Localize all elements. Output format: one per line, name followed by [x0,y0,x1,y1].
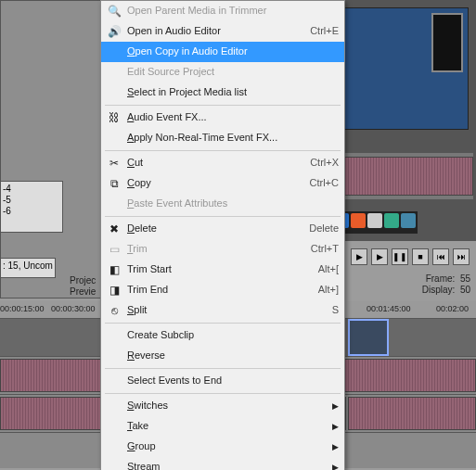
menu-label: Create Subclip [127,329,194,341]
menu-label: Audio Event FX... [127,111,207,123]
menu-item: ▭TrimCtrl+T [101,239,344,260]
submenu-arrow-icon: ▶ [332,422,339,432]
menu-separator [105,368,341,369]
menu-item[interactable]: 🔊Open in Audio EditorCtrl+E [101,21,344,42]
ruler-tick: 00:02:00 [436,304,469,314]
ruler-tick: 00:01:45:00 [367,304,411,314]
prev-button[interactable]: ⏮ [432,248,449,265]
menu-item[interactable]: Switches▶ [101,396,344,416]
display-value: 50 [460,285,470,295]
menu-item[interactable]: ◨Trim EndAlt+] [101,280,344,300]
menu-icon: ✖ [107,222,122,236]
menu-label: Cut [127,157,143,169]
menu-label: Edit Source Project [127,66,214,78]
menu-separator [105,393,341,394]
menu-item[interactable]: ⛓Audio Event FX... [101,108,344,128]
menu-item[interactable]: Apply Non-Real-Time Event FX... [101,128,344,148]
menu-item[interactable]: ✖DeleteDelete [101,219,344,239]
waveform[interactable] [348,397,476,430]
menu-item[interactable]: ⧉CopyCtrl+C [101,173,344,194]
menu-label: Copy [127,177,151,189]
menu-item[interactable]: Create Subclip [101,325,344,346]
menu-icon: ✂ [107,156,122,171]
menu-item[interactable]: Reverse [101,346,344,366]
frame-value: 55 [460,273,470,284]
menu-label: Select in Project Media list [127,86,247,98]
taskbar-icon[interactable] [351,213,366,228]
menu-item[interactable]: Group▶ [101,437,344,457]
menu-item: Paste Event Attributes [101,194,344,214]
menu-icon: 🔍 [107,4,122,19]
menu-separator [105,105,341,106]
menu-label: Open Parent Media in Trimmer [127,5,266,17]
taskbar-icon[interactable] [401,213,416,228]
project-label: Projec [70,275,96,286]
ruler-tick: 00:00:15:00 [0,304,45,314]
menu-icon: 🔊 [107,24,122,39]
preview-label: Previe [70,286,96,298]
menu-label: Paste Event Attributes [127,197,227,210]
menu-label: Reverse [127,349,165,362]
taskbar-icon[interactable] [367,213,382,228]
menu-item[interactable]: ⎋SplitS [101,300,344,321]
list-item[interactable]: -4 [3,184,60,195]
menu-icon: ▭ [107,242,122,257]
menu-label: Delete [127,222,157,235]
context-menu[interactable]: 🔍Open Parent Media in Trimmer🔊Open in Au… [100,0,345,470]
left-panel [0,0,106,299]
menu-label: Switches [127,400,168,412]
menu-separator [105,150,341,151]
menu-item: Edit Source Project [101,62,344,83]
menu-icon: ◨ [107,283,122,298]
menu-label: Trim [127,243,148,255]
menu-icon: ⧉ [107,176,122,191]
menu-label: Apply Non-Real-Time Event FX... [127,132,277,144]
menu-label: Select Events to End [127,375,222,387]
next-button[interactable]: ⏭ [453,248,470,265]
menu-label: Trim End [127,284,168,296]
menu-item[interactable]: Select in Project Media list [101,83,344,103]
play-button[interactable]: ▶ [351,248,367,265]
menu-item: 🔍Open Parent Media in Trimmer [101,1,344,21]
menu-shortcut: Ctrl+X [310,157,339,169]
menu-icon: ⛓ [107,110,122,125]
submenu-arrow-icon: ▶ [332,463,339,470]
menu-item[interactable]: Select Events to End [101,371,344,391]
menu-icon: ◧ [107,262,122,277]
frame-label: Frame: [426,273,456,284]
pause-button[interactable]: ❚❚ [392,248,408,265]
status-text: : 15, Uncom [0,258,56,278]
transport-controls: ▶ ▶ ❚❚ ■ ⏮ ⏭ [351,248,470,265]
list-item[interactable]: -6 [3,206,60,217]
taskbar-icon[interactable] [384,213,399,228]
menu-item[interactable]: ◧Trim StartAlt+[ [101,260,344,280]
menu-item[interactable]: Take▶ [101,416,344,437]
list-box[interactable]: -4 -5 -6 [0,181,63,233]
ruler-tick: 00:00:30:00 [51,304,96,314]
preview-audio-track [334,153,473,199]
preview-video[interactable] [335,7,469,130]
menu-separator [105,323,341,324]
submenu-arrow-icon: ▶ [332,401,339,412]
menu-label: Trim Start [127,263,172,275]
menu-item[interactable]: Open Copy in Audio Editor [101,42,344,62]
panel-labels: Projec Previe [70,275,96,298]
menu-label: Group [127,440,156,452]
video-clip[interactable] [348,319,389,356]
menu-separator [105,216,341,217]
menu-label: Take [127,420,148,432]
menu-shortcut: Ctrl+T [311,243,339,255]
play-start-button[interactable]: ▶ [371,248,388,265]
preview-monitor [328,0,476,241]
menu-icon: ⎋ [107,303,122,318]
menu-item[interactable]: Stream▶ [101,457,344,470]
menu-shortcut: Delete [309,222,339,235]
menu-label: Split [127,304,147,316]
display-label: Display: [422,285,456,295]
menu-label: Open in Audio Editor [127,25,221,37]
menu-item[interactable]: ✂CutCtrl+X [101,153,344,173]
waveform [334,157,473,196]
list-item[interactable]: -5 [3,195,60,206]
stop-button[interactable]: ■ [412,248,429,265]
menu-label: Open Copy in Audio Editor [127,45,248,57]
